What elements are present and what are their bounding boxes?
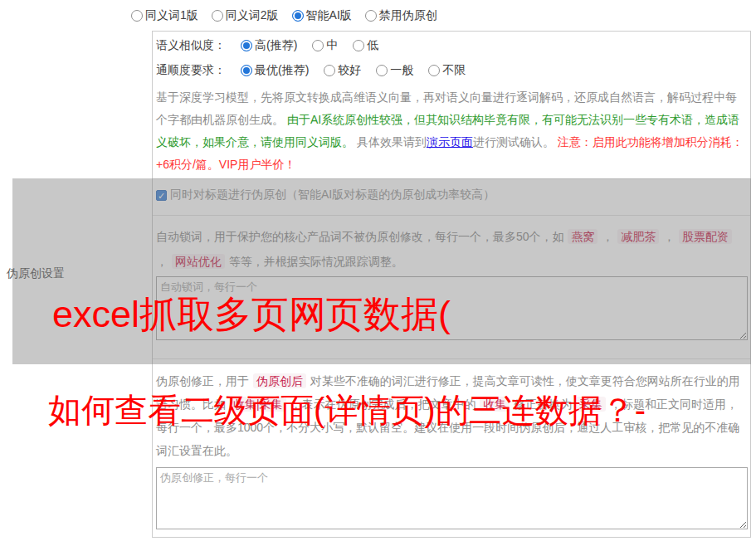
radio-label: 一般 xyxy=(390,63,413,78)
radio-selected-icon xyxy=(292,10,304,22)
radio-unselected-icon xyxy=(131,10,143,22)
radio-label: 同义词1版 xyxy=(145,8,198,23)
text-segment: 减肥茶 xyxy=(617,229,659,244)
radio-option[interactable]: 高(推荐) xyxy=(241,38,297,53)
semantic-similarity-row: 语义相似度： 高(推荐)中低 xyxy=(156,38,378,53)
text-segment: 燕窝 xyxy=(568,229,597,244)
radio-unselected-icon xyxy=(376,65,388,76)
radio-unselected-icon xyxy=(312,40,324,51)
spin-correction-textarea[interactable] xyxy=(156,467,748,529)
radio-label: 智能AI版 xyxy=(306,8,352,23)
fluency-radio-group: 最优(推荐)较好一般不限 xyxy=(241,63,466,78)
radio-option[interactable]: 低 xyxy=(353,38,378,53)
radio-option[interactable]: 最优(推荐) xyxy=(241,63,309,78)
text-segment: 网站优化 xyxy=(172,254,225,269)
radio-label: 禁用伪原创 xyxy=(379,8,437,23)
radio-option[interactable]: 一般 xyxy=(376,63,413,78)
radio-unselected-icon xyxy=(428,65,440,76)
section-divider xyxy=(153,215,750,216)
radio-unselected-icon xyxy=(353,40,364,51)
radio-option[interactable]: 同义词2版 xyxy=(212,8,279,23)
semantic-similarity-label: 语义相似度： xyxy=(156,38,226,53)
radio-selected-icon xyxy=(241,40,252,51)
ai-settings-panel: 语义相似度： 高(推荐)中低 通顺度要求： 最优(推荐)较好一般不限 基于深度学… xyxy=(152,31,751,538)
radio-label: 高(推荐) xyxy=(255,38,297,53)
text-segment: ， xyxy=(156,255,171,268)
text-segment: 伪原创后 xyxy=(253,373,306,388)
radio-unselected-icon xyxy=(212,10,223,22)
radio-option[interactable]: 禁用伪原创 xyxy=(365,8,437,23)
auto-lock-description: 自动锁词，用于保护您的核心产品词不被伪原创修改，每行一个，最多50个，如 燕窝 … xyxy=(156,224,744,274)
radio-option[interactable]: 智能AI版 xyxy=(292,8,352,23)
radio-label: 同义词2版 xyxy=(226,8,279,23)
section-divider xyxy=(153,358,750,359)
text-segment: 自动锁词，用于保护您的核心产品词不被伪原创修改，每行一个，最多50个，如 xyxy=(156,230,567,243)
radio-label: 不限 xyxy=(442,63,466,78)
spin-mode-radio-group: 同义词1版同义词2版智能AI版禁用伪原创 xyxy=(131,8,437,23)
radio-unselected-icon xyxy=(324,65,335,76)
fluency-label: 通顺度要求： xyxy=(156,63,226,78)
text-segment: 伪原创修正，用于 xyxy=(156,374,252,388)
title-spin-checkbox-label: 同时对标题进行伪原创（智能AI版对标题的伪原创成功率较高） xyxy=(170,188,495,202)
section-divider xyxy=(153,178,750,179)
checkbox-checked-icon[interactable]: ✓ xyxy=(156,190,167,201)
text-segment: 具体效果请到 xyxy=(354,135,427,149)
radio-label: 低 xyxy=(367,38,378,53)
radio-unselected-icon xyxy=(365,10,377,22)
fluency-row: 通顺度要求： 最优(推荐)较好一般不限 xyxy=(156,63,466,78)
watermark-caption-1: excel抓取多页网页数据( xyxy=(52,295,451,334)
radio-selected-icon xyxy=(241,65,252,76)
title-spin-checkbox-row[interactable]: ✓ 同时对标题进行伪原创（智能AI版对标题的伪原创成功率较高） xyxy=(156,188,495,202)
text-segment: ， xyxy=(660,230,678,243)
radio-option[interactable]: 同义词1版 xyxy=(131,8,198,23)
text-segment: 进行测试确认。 xyxy=(473,135,558,149)
radio-option[interactable]: 不限 xyxy=(428,63,466,78)
pseudo-original-settings-label: 伪原创设置 xyxy=(7,266,65,281)
text-segment: ， xyxy=(598,230,617,243)
radio-label: 较好 xyxy=(338,63,361,78)
watermark-caption-2: 如何查看二级页面(详情页)的三连数据？- xyxy=(48,392,646,427)
radio-label: 中 xyxy=(326,38,338,53)
ai-mode-description: 基于深度学习模型，先将原文转换成高维语义向量，再对语义向量进行逐词解码，还原成自… xyxy=(156,86,744,176)
text-segment: 股票配资 xyxy=(679,229,732,244)
radio-option[interactable]: 中 xyxy=(312,38,338,53)
radio-option[interactable]: 较好 xyxy=(324,63,361,78)
semantic-similarity-radio-group: 高(推荐)中低 xyxy=(241,38,378,53)
radio-label: 最优(推荐) xyxy=(255,63,309,78)
demo-page-link[interactable]: 演示页面 xyxy=(427,135,473,149)
text-segment: 等等，并根据实际情况跟踪调整。 xyxy=(226,255,403,268)
